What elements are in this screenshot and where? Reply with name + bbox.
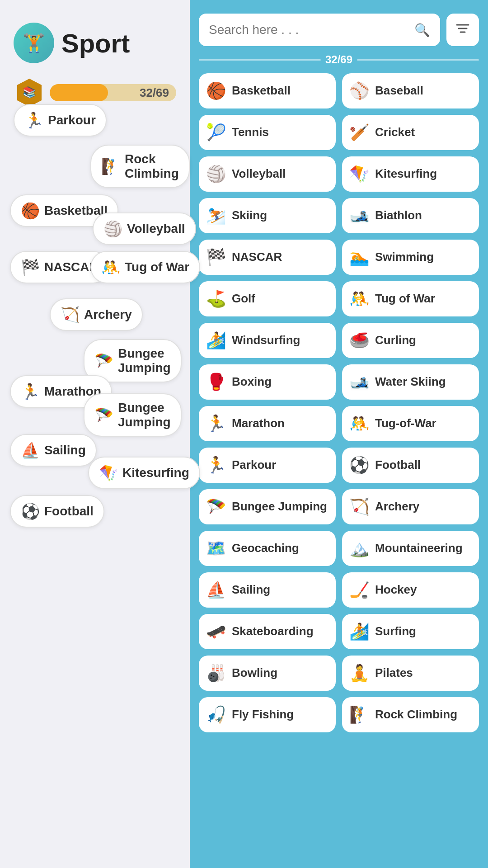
sport-card-fly-fishing[interactable]: 🎣 Fly Fishing bbox=[199, 697, 336, 732]
sport-card-skiing[interactable]: ⛷️ Skiing bbox=[199, 198, 336, 233]
card-label-basketball: Basketball bbox=[232, 84, 291, 98]
card-emoji-volleyball: 🏐 bbox=[206, 165, 226, 184]
scatter-parkour[interactable]: 🏃 Parkour bbox=[14, 104, 107, 137]
sport-grid: 🏀 Basketball ⚾ Baseball 🎾 Tennis 🏏 Crick… bbox=[199, 73, 479, 732]
search-icon[interactable]: 🔍 bbox=[414, 23, 430, 38]
filter-icon bbox=[455, 21, 470, 39]
nascar-emoji: 🏁 bbox=[21, 258, 40, 276]
card-label-swimming: Swimming bbox=[375, 250, 434, 264]
scatter-bungee-2[interactable]: 🪂 BungeeJumping bbox=[84, 393, 182, 437]
scatter-football[interactable]: ⚽ Football bbox=[10, 495, 104, 528]
progress-indicator: 32/69 bbox=[199, 53, 479, 66]
card-label-skateboarding: Skateboarding bbox=[232, 624, 314, 638]
card-emoji-kitesurfing: 🪁 bbox=[349, 165, 370, 184]
card-emoji-sailing: ⛵ bbox=[206, 580, 226, 599]
grid-scroll[interactable]: 🏀 Basketball ⚾ Baseball 🎾 Tennis 🏏 Crick… bbox=[199, 73, 479, 859]
progress-line-right bbox=[357, 59, 479, 61]
card-label-golf: Golf bbox=[232, 292, 255, 306]
card-label-windsurfing: Windsurfing bbox=[232, 333, 300, 347]
basketball-emoji: 🏀 bbox=[21, 202, 40, 220]
sport-card-parkour[interactable]: 🏃 Parkour bbox=[199, 448, 336, 483]
sailing-label: Sailing bbox=[44, 443, 86, 458]
sport-card-swimming[interactable]: 🏊 Swimming bbox=[342, 240, 479, 275]
sport-card-basketball[interactable]: 🏀 Basketball bbox=[199, 73, 336, 108]
sport-card-bungee-jumping[interactable]: 🪂 Bungee Jumping bbox=[199, 489, 336, 524]
scatter-tug-of-war[interactable]: 🤼 Tug of War bbox=[90, 251, 200, 283]
sport-card-rock-climbing[interactable]: 🧗 Rock Climbing bbox=[342, 697, 479, 732]
sport-card-bowling[interactable]: 🎳 Bowling bbox=[199, 656, 336, 691]
sport-card-mountaineering[interactable]: 🏔️ Mountaineering bbox=[342, 531, 479, 566]
sport-card-golf[interactable]: ⛳ Golf bbox=[199, 281, 336, 316]
card-emoji-archery: 🏹 bbox=[349, 497, 370, 516]
bungee-1-label: BungeeJumping bbox=[118, 346, 171, 375]
card-label-water-skiing: Water Skiing bbox=[375, 375, 446, 389]
sport-card-baseball[interactable]: ⚾ Baseball bbox=[342, 73, 479, 108]
card-label-parkour: Parkour bbox=[232, 458, 276, 472]
card-label-surfing: Surfing bbox=[375, 624, 416, 638]
sport-card-archery[interactable]: 🏹 Archery bbox=[342, 489, 479, 524]
card-emoji-curling: 🥌 bbox=[349, 331, 370, 350]
card-label-bowling: Bowling bbox=[232, 666, 277, 680]
football-emoji: ⚽ bbox=[21, 502, 40, 520]
search-box[interactable]: 🔍 bbox=[199, 14, 440, 46]
scatter-kitesurfing[interactable]: 🪁 Kitesurfing bbox=[88, 457, 200, 489]
sport-card-hockey[interactable]: 🏒 Hockey bbox=[342, 572, 479, 608]
scatter-volleyball[interactable]: 🏐 Volleyball bbox=[93, 212, 196, 245]
app-header: 🏋️ Sport bbox=[0, 0, 190, 72]
card-emoji-fly-fishing: 🎣 bbox=[206, 705, 226, 724]
kitesurfing-label: Kitesurfing bbox=[122, 466, 189, 480]
sport-card-surfing[interactable]: 🏄 Surfing bbox=[342, 614, 479, 649]
card-label-geocaching: Geocaching bbox=[232, 541, 299, 555]
volleyball-emoji: 🏐 bbox=[103, 220, 122, 238]
sport-card-nascar[interactable]: 🏁 NASCAR bbox=[199, 240, 336, 275]
sport-card-tug-of-war[interactable]: 🤼 Tug of War bbox=[342, 281, 479, 316]
card-label-fly-fishing: Fly Fishing bbox=[232, 708, 294, 722]
svg-text:📚: 📚 bbox=[23, 85, 36, 99]
scatter-rock-climbing[interactable]: 🧗 RockClimbing bbox=[90, 145, 190, 188]
card-label-boxing: Boxing bbox=[232, 375, 272, 389]
sport-card-volleyball[interactable]: 🏐 Volleyball bbox=[199, 156, 336, 192]
sport-card-curling[interactable]: 🥌 Curling bbox=[342, 323, 479, 358]
sport-card-marathon[interactable]: 🏃 Marathon bbox=[199, 406, 336, 441]
sport-card-geocaching[interactable]: 🗺️ Geocaching bbox=[199, 531, 336, 566]
sport-card-biathlon[interactable]: 🎿 Biathlon bbox=[342, 198, 479, 233]
app-logo: 🏋️ bbox=[14, 23, 54, 63]
scatter-sailing[interactable]: ⛵ Sailing bbox=[10, 434, 97, 467]
search-input[interactable] bbox=[209, 23, 410, 37]
sport-card-boxing[interactable]: 🥊 Boxing bbox=[199, 364, 336, 400]
archery-emoji: 🏹 bbox=[61, 306, 80, 324]
bungee-2-emoji: 🪂 bbox=[94, 406, 113, 424]
progress-label: 32/69 bbox=[140, 86, 169, 100]
sport-card-tennis[interactable]: 🎾 Tennis bbox=[199, 115, 336, 150]
sport-card-kitesurfing[interactable]: 🪁 Kitesurfing bbox=[342, 156, 479, 192]
card-emoji-basketball: 🏀 bbox=[206, 81, 226, 100]
sport-card-water-skiing[interactable]: 🎿 Water Skiing bbox=[342, 364, 479, 400]
grid-progress: 32/69 bbox=[325, 53, 352, 66]
card-label-sailing: Sailing bbox=[232, 583, 270, 597]
card-emoji-hockey: 🏒 bbox=[349, 580, 370, 599]
sport-card-tug-of-war-2[interactable]: 🤼 Tug-of-War bbox=[342, 406, 479, 441]
sport-card-cricket[interactable]: 🏏 Cricket bbox=[342, 115, 479, 150]
scatter-archery[interactable]: 🏹 Archery bbox=[50, 298, 143, 331]
sport-card-windsurfing[interactable]: 🏄 Windsurfing bbox=[199, 323, 336, 358]
kitesurfing-emoji: 🪁 bbox=[99, 464, 118, 482]
card-emoji-water-skiing: 🎿 bbox=[349, 373, 370, 392]
bungee-2-label: BungeeJumping bbox=[118, 401, 171, 429]
bungee-1-emoji: 🪂 bbox=[94, 352, 113, 370]
tug-of-war-label: Tug of War bbox=[125, 260, 189, 274]
card-label-nascar: NASCAR bbox=[232, 250, 282, 264]
sport-card-football[interactable]: ⚽ Football bbox=[342, 448, 479, 483]
tug-of-war-emoji: 🤼 bbox=[101, 258, 120, 276]
parkour-label: Parkour bbox=[48, 113, 96, 127]
card-label-rock-climbing: Rock Climbing bbox=[375, 708, 457, 722]
volleyball-label: Volleyball bbox=[127, 222, 185, 236]
sport-card-pilates[interactable]: 🧘 Pilates bbox=[342, 656, 479, 691]
card-label-tug-of-war: Tug of War bbox=[375, 292, 435, 306]
sport-card-skateboarding[interactable]: 🛹 Skateboarding bbox=[199, 614, 336, 649]
card-label-bungee-jumping: Bungee Jumping bbox=[232, 500, 327, 514]
sport-card-sailing[interactable]: ⛵ Sailing bbox=[199, 572, 336, 608]
filter-button[interactable] bbox=[446, 14, 479, 46]
card-label-tennis: Tennis bbox=[232, 125, 269, 139]
card-label-hockey: Hockey bbox=[375, 583, 417, 597]
card-emoji-baseball: ⚾ bbox=[349, 81, 370, 100]
